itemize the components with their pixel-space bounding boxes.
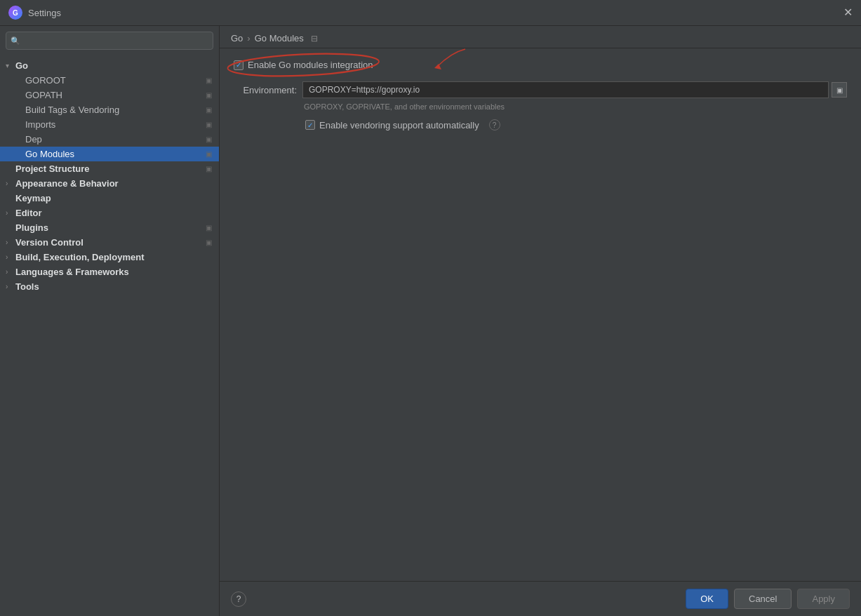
config-icon-ps: ▣	[203, 165, 213, 173]
sidebar-label-project-structure: Project Structure	[15, 163, 203, 174]
sidebar-label-gopath: GOPATH	[25, 90, 203, 100]
close-button[interactable]: ✕	[843, 7, 853, 18]
config-icon-build: ▣	[203, 106, 213, 114]
expand-arrow-go: ▾	[6, 62, 15, 69]
sidebar-label-editor: Editor	[15, 208, 213, 218]
breadcrumb-go-modules: Go Modules	[255, 33, 304, 43]
sidebar-label-dep: Dep	[25, 134, 203, 145]
red-arrow-annotation	[423, 48, 479, 81]
sidebar-label-go-modules: Go Modules	[25, 149, 203, 159]
settings-panel: Enable Go modules integration Environmen…	[220, 48, 861, 581]
environment-label: Environment:	[234, 85, 297, 95]
help-button[interactable]: ?	[231, 591, 246, 607]
sidebar-label-build-exec: Build, Execution, Deployment	[15, 252, 213, 262]
environment-input[interactable]	[302, 81, 829, 98]
config-icon-dep: ▣	[203, 135, 213, 143]
sidebar-label-build-tags: Build Tags & Vendoring	[25, 105, 203, 115]
enable-modules-row: Enable Go modules integration	[234, 60, 847, 70]
config-icon-imports: ▣	[203, 121, 213, 128]
sidebar-label-imports: Imports	[25, 119, 203, 130]
content-area: Go › Go Modules ⊟ Enable Go modules inte…	[220, 26, 861, 616]
sidebar-label-keymap: Keymap	[15, 193, 213, 203]
expand-arrow-vc: ›	[6, 239, 15, 246]
environment-hint: GOPROXY, GOPRIVATE, and other environmen…	[234, 102, 847, 111]
config-icon-goroot: ▣	[203, 76, 213, 84]
environment-input-wrap: ▣	[302, 81, 847, 98]
search-input[interactable]	[6, 32, 213, 50]
sidebar-label-appearance: Appearance & Behavior	[15, 178, 213, 189]
breadcrumb-icon: ⊟	[311, 34, 318, 43]
sidebar-item-go-modules[interactable]: Go Modules ▣	[0, 147, 219, 161]
config-icon-vc: ▣	[203, 239, 213, 246]
footer: ? OK Cancel Apply	[220, 581, 861, 616]
sidebar-item-project-structure[interactable]: Project Structure ▣	[0, 161, 219, 176]
expand-arrow-lang: ›	[6, 268, 15, 276]
sidebar-item-build-exec[interactable]: › Build, Execution, Deployment	[0, 250, 219, 265]
svg-marker-1	[434, 64, 441, 69]
search-box: 🔍	[6, 32, 213, 50]
title-bar-left: G Settings	[8, 6, 61, 20]
main-content: 🔍 ▾ Go GOROOT ▣ GOPATH ▣ Build Tags & Ve…	[0, 26, 861, 616]
enable-vendoring-checkbox[interactable]	[305, 120, 315, 130]
config-icon-gopath: ▣	[203, 91, 213, 99]
enable-vendoring-text: Enable vendoring support automatically	[319, 120, 479, 130]
ok-button[interactable]: OK	[686, 589, 728, 609]
expand-arrow-tools: ›	[6, 283, 15, 290]
sidebar-item-gopath[interactable]: GOPATH ▣	[0, 88, 219, 102]
search-icon: 🔍	[11, 36, 20, 46]
environment-row: Environment: ▣	[234, 81, 847, 98]
footer-left: ?	[231, 591, 246, 607]
sidebar-label-tools: Tools	[15, 281, 213, 292]
vendoring-help-icon[interactable]: ?	[489, 119, 500, 130]
enable-vendoring-row: Enable vendoring support automatically ?	[234, 119, 847, 130]
sidebar-tree: ▾ Go GOROOT ▣ GOPATH ▣ Build Tags & Vend…	[0, 55, 219, 616]
app-icon: G	[8, 6, 22, 20]
sidebar-label-go: Go	[15, 60, 213, 71]
sidebar-item-dep[interactable]: Dep ▣	[0, 132, 219, 147]
sidebar-label-languages: Languages & Frameworks	[15, 267, 213, 277]
sidebar-label-plugins: Plugins	[15, 222, 203, 233]
breadcrumb: Go › Go Modules ⊟	[220, 26, 861, 48]
expand-arrow-appearance: ›	[6, 180, 15, 187]
footer-right: OK Cancel Apply	[686, 589, 850, 609]
window-title: Settings	[28, 8, 61, 18]
breadcrumb-sep: ›	[247, 33, 250, 43]
apply-button[interactable]: Apply	[797, 589, 850, 609]
enable-modules-text: Enable Go modules integration	[248, 60, 373, 70]
expand-arrow-bed: ›	[6, 253, 15, 261]
sidebar-item-go[interactable]: ▾ Go	[0, 58, 219, 73]
sidebar-item-keymap[interactable]: Keymap	[0, 191, 219, 206]
sidebar-item-version-control[interactable]: › Version Control ▣	[0, 235, 219, 250]
sidebar-label-version-control: Version Control	[15, 237, 203, 248]
enable-vendoring-label[interactable]: Enable vendoring support automatically	[305, 120, 479, 130]
sidebar-item-languages[interactable]: › Languages & Frameworks	[0, 265, 219, 279]
sidebar-item-tools[interactable]: › Tools	[0, 279, 219, 294]
breadcrumb-go: Go	[231, 33, 243, 43]
sidebar-label-goroot: GOROOT	[25, 75, 203, 86]
environment-browse-button[interactable]: ▣	[832, 82, 847, 98]
sidebar: 🔍 ▾ Go GOROOT ▣ GOPATH ▣ Build Tags & Ve…	[0, 26, 220, 616]
sidebar-item-plugins[interactable]: Plugins ▣	[0, 220, 219, 235]
sidebar-item-build-tags[interactable]: Build Tags & Vendoring ▣	[0, 102, 219, 117]
enable-modules-annotated: Enable Go modules integration	[234, 60, 373, 70]
config-icon-modules: ▣	[203, 150, 213, 158]
sidebar-item-imports[interactable]: Imports ▣	[0, 117, 219, 132]
config-icon-plugins: ▣	[203, 224, 213, 232]
expand-arrow-editor: ›	[6, 209, 15, 217]
title-bar: G Settings ✕	[0, 0, 861, 26]
enable-modules-checkbox[interactable]	[234, 60, 243, 70]
enable-modules-label[interactable]: Enable Go modules integration	[234, 60, 373, 70]
cancel-button[interactable]: Cancel	[734, 589, 792, 609]
sidebar-item-goroot[interactable]: GOROOT ▣	[0, 73, 219, 88]
sidebar-item-appearance[interactable]: › Appearance & Behavior	[0, 176, 219, 191]
sidebar-item-editor[interactable]: › Editor	[0, 206, 219, 220]
